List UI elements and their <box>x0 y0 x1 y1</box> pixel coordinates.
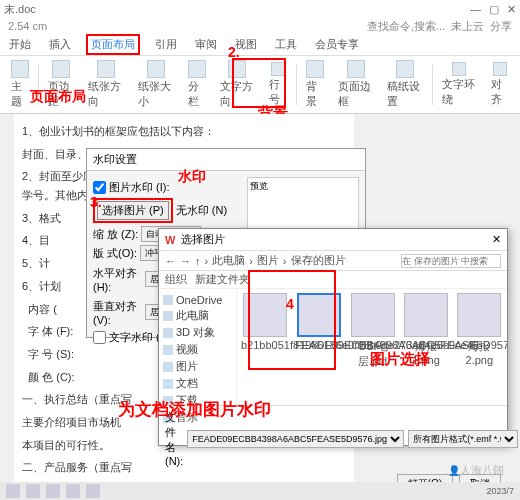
tb-app1[interactable] <box>46 484 60 498</box>
rb-orient[interactable]: 纸张方向 <box>83 58 129 111</box>
fd-close-icon[interactable]: ✕ <box>492 233 501 246</box>
side-onedrive[interactable]: OneDrive <box>163 293 232 307</box>
fd-search[interactable] <box>401 254 501 268</box>
rb-manuscript[interactable]: 稿纸设置 <box>382 58 428 111</box>
rb-bg[interactable]: 背景 <box>301 58 329 111</box>
min-icon[interactable]: — <box>470 3 481 16</box>
nav-back-icon[interactable]: ← <box>165 255 176 267</box>
annotation-addwm: 为文档添加图片水印 <box>118 398 271 421</box>
rb-wrap[interactable]: 文字环绕 <box>437 60 483 109</box>
page-watermark: 👤人海八阔 <box>448 463 504 478</box>
annotation-layout: 页面布局 <box>30 88 86 106</box>
annotation-box-4 <box>248 270 336 370</box>
tab-vip[interactable]: 会员专享 <box>312 35 362 54</box>
rb-align[interactable]: 对齐 <box>486 60 514 109</box>
tab-tools[interactable]: 工具 <box>272 35 300 54</box>
wm-nowm[interactable]: 无水印 (N) <box>176 203 227 218</box>
nav-fwd-icon[interactable]: → <box>180 255 191 267</box>
side-docs[interactable]: 文档 <box>163 375 232 392</box>
search-hint[interactable]: 查找命令,搜索... <box>367 19 445 34</box>
fd-filename[interactable]: FEADE09ECBB4398A6ABC5FEASE5D9576.jpg <box>187 430 404 448</box>
side-pc[interactable]: 此电脑 <box>163 307 232 324</box>
fd-title: 选择图片 <box>181 232 225 247</box>
fd-organize[interactable]: 组织 <box>165 272 187 287</box>
side-pics[interactable]: 图片 <box>163 358 232 375</box>
tb-app3[interactable] <box>86 484 100 498</box>
annotation-wm: 水印 <box>178 168 206 186</box>
fd-logo: W <box>165 234 175 246</box>
wm-title: 水印设置 <box>87 149 365 171</box>
side-3d[interactable]: 3D 对象 <box>163 324 232 341</box>
annotation-n3: 3. <box>90 194 102 210</box>
crumb-pics[interactable]: 图片 <box>257 253 279 268</box>
file-item[interactable]: OSI七层.jpd <box>349 293 396 401</box>
tab-home[interactable]: 开始 <box>6 35 34 54</box>
ribbon-tabs: 开始 插入 页面布局 引用 审阅 视图 工具 会员专享 <box>0 34 520 56</box>
file-item[interactable]: 海报1.png <box>402 293 449 401</box>
annotation-n4: 4 <box>286 296 294 312</box>
cloud-status[interactable]: 未上云 <box>451 19 484 34</box>
annotation-picsel: 图片选择 <box>370 350 430 369</box>
share-button[interactable]: 分享 <box>490 19 512 34</box>
wm-select-pic[interactable]: 选择图片 (P) <box>97 201 169 220</box>
annotation-box-2 <box>232 58 286 108</box>
tab-page-layout[interactable]: 页面布局 <box>86 34 140 55</box>
annotation-n2: 2. <box>228 44 240 60</box>
max-icon[interactable]: ▢ <box>489 3 499 16</box>
doc-title: 末.doc <box>4 2 36 17</box>
margin-top: 2.54 cm <box>8 20 47 32</box>
wm-text-check[interactable] <box>93 331 106 344</box>
tab-ref[interactable]: 引用 <box>152 35 180 54</box>
tab-insert[interactable]: 插入 <box>46 35 74 54</box>
fd-filter[interactable]: 所有图片格式(*.emf *.wmf *.jp <box>408 430 518 448</box>
tb-search[interactable] <box>26 484 40 498</box>
tb-start[interactable] <box>6 484 20 498</box>
crumb-saved[interactable]: 保存的图片 <box>291 253 346 268</box>
wm-pic-check[interactable] <box>93 181 106 194</box>
tb-date: 2023/7 <box>486 486 514 496</box>
tb-app2[interactable] <box>66 484 80 498</box>
rb-border[interactable]: 页面边框 <box>333 58 379 111</box>
taskbar: 2023/7 <box>0 482 520 500</box>
fd-newfolder[interactable]: 新建文件夹 <box>195 272 250 287</box>
close-icon[interactable]: ✕ <box>507 3 516 16</box>
crumb-pc[interactable]: 此电脑 <box>212 253 245 268</box>
nav-up-icon[interactable]: ↑ <box>195 255 201 267</box>
rb-columns[interactable]: 分栏 <box>183 58 211 111</box>
side-video[interactable]: 视频 <box>163 341 232 358</box>
file-item[interactable]: 海报2.png <box>456 293 503 401</box>
rb-size[interactable]: 纸张大小 <box>133 58 179 111</box>
fd-sidebar: OneDrive 此电脑 3D 对象 视频 图片 文档 下载 音乐 <box>159 289 237 405</box>
tab-review[interactable]: 审阅 <box>192 35 220 54</box>
